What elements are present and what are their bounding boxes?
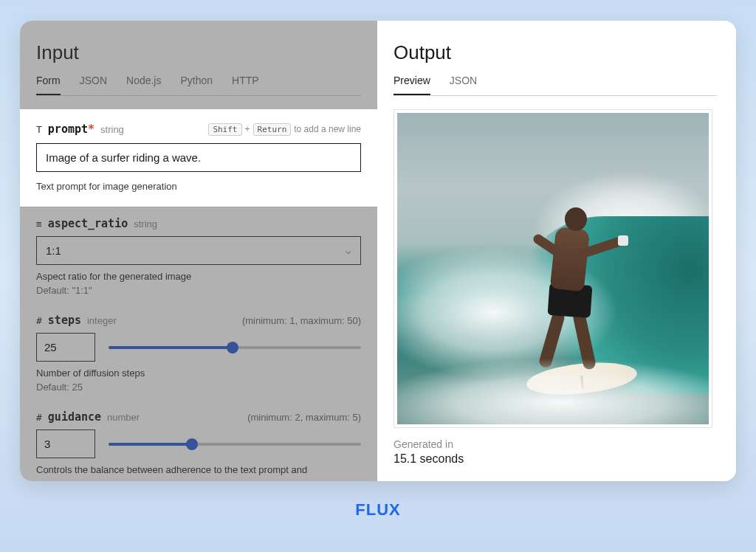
steps-slider[interactable]: [109, 346, 361, 349]
guidance-field-name: guidance: [48, 410, 101, 424]
steps-minmax: (minimum: 1, maximum: 50): [242, 315, 361, 326]
steps-group: # steps integer (minimum: 1, maximum: 50…: [36, 314, 361, 393]
tab-json[interactable]: JSON: [80, 75, 107, 95]
hint-tail: to add a new line: [294, 124, 361, 134]
surfer-head: [565, 207, 587, 231]
steps-range-row: [36, 333, 361, 362]
output-panel: Output Preview JSON: [377, 21, 736, 481]
prompt-input[interactable]: [36, 143, 361, 172]
app-card: Input Form JSON Node.js Python HTTP T pr…: [20, 21, 736, 481]
prompt-section: T prompt* string Shift + Return to add a…: [20, 109, 377, 207]
aspect-field-name: aspect_ratio: [48, 217, 128, 230]
input-tabs: Form JSON Node.js Python HTTP: [36, 75, 361, 96]
surfer-wristband: [618, 235, 628, 246]
steps-description: Number of diffusion steps: [36, 368, 361, 379]
tab-output-json[interactable]: JSON: [450, 75, 477, 95]
form-rest: ≡ aspect_ratio string 1:1 ⌵ Aspect ratio…: [20, 207, 377, 475]
generated-time: 15.1 seconds: [394, 452, 717, 466]
guidance-minmax: (minimum: 2, maximum: 5): [247, 412, 361, 423]
guidance-input[interactable]: [36, 429, 95, 458]
steps-default: Default: 25: [36, 382, 361, 393]
aspect-value: 1:1: [46, 244, 61, 257]
tab-preview[interactable]: Preview: [394, 75, 430, 95]
aspect-default: Default: "1:1": [36, 285, 361, 296]
prompt-name-text: prompt: [48, 123, 88, 136]
input-panel: Input Form JSON Node.js Python HTTP T pr…: [20, 21, 377, 481]
input-title: Input: [36, 41, 361, 64]
steps-type: integer: [87, 315, 117, 326]
steps-input[interactable]: [36, 333, 95, 362]
prompt-label-wrap: T prompt* string: [36, 123, 124, 136]
preview-image: [397, 113, 709, 424]
input-header: Input Form JSON Node.js Python HTTP: [20, 21, 377, 109]
tab-form[interactable]: Form: [36, 75, 61, 95]
prompt-description: Text prompt for image generation: [36, 181, 361, 192]
aspect-ratio-group: ≡ aspect_ratio string 1:1 ⌵ Aspect ratio…: [36, 217, 361, 296]
tab-nodejs[interactable]: Node.js: [126, 75, 161, 95]
steps-label: # steps integer: [36, 314, 117, 327]
kbd-return: Return: [253, 123, 292, 136]
aspect-description: Aspect ratio for the generated image: [36, 271, 361, 282]
guidance-header: # guidance number (minimum: 2, maximum: …: [36, 410, 361, 424]
guidance-group: # guidance number (minimum: 2, maximum: …: [36, 410, 361, 475]
steps-slider-fill: [109, 346, 233, 349]
prompt-type: string: [100, 124, 124, 135]
tab-python[interactable]: Python: [180, 75, 213, 95]
aspect-label: ≡ aspect_ratio string: [36, 217, 361, 230]
steps-field-name: steps: [48, 314, 81, 327]
surfer-torso: [550, 227, 591, 291]
required-star: *: [88, 123, 94, 136]
guidance-label: # guidance number: [36, 410, 140, 424]
prompt-field-name: prompt*: [48, 123, 94, 136]
kbd-shift: Shift: [208, 123, 241, 136]
chevron-down-icon: ⌵: [346, 245, 351, 256]
tab-http[interactable]: HTTP: [232, 75, 259, 95]
text-type-icon: T: [36, 124, 42, 135]
steps-header: # steps integer (minimum: 1, maximum: 50…: [36, 314, 361, 327]
guidance-slider-fill: [109, 443, 192, 446]
guidance-slider[interactable]: [109, 443, 361, 446]
aspect-type: string: [134, 218, 157, 230]
guidance-range-row: [36, 429, 361, 458]
generated-in-label: Generated in: [394, 438, 717, 450]
aspect-ratio-select[interactable]: 1:1 ⌵: [36, 236, 361, 265]
number-type-icon-2: #: [36, 412, 42, 423]
preview-image-box: [394, 109, 712, 428]
guidance-type: number: [107, 412, 140, 423]
output-tabs: Preview JSON: [394, 75, 717, 96]
number-type-icon: #: [36, 315, 42, 326]
wave-foam-3: [394, 358, 712, 428]
output-title: Output: [394, 41, 717, 64]
prompt-header: T prompt* string Shift + Return to add a…: [36, 123, 361, 136]
newline-hint: Shift + Return to add a new line: [208, 123, 361, 136]
guidance-description: Controls the balance between adherence t…: [36, 464, 361, 475]
list-type-icon: ≡: [36, 218, 42, 230]
brand-label: FLUX: [355, 500, 400, 520]
steps-slider-thumb[interactable]: [227, 342, 238, 353]
guidance-slider-thumb[interactable]: [186, 438, 198, 450]
hint-plus: +: [245, 124, 250, 134]
